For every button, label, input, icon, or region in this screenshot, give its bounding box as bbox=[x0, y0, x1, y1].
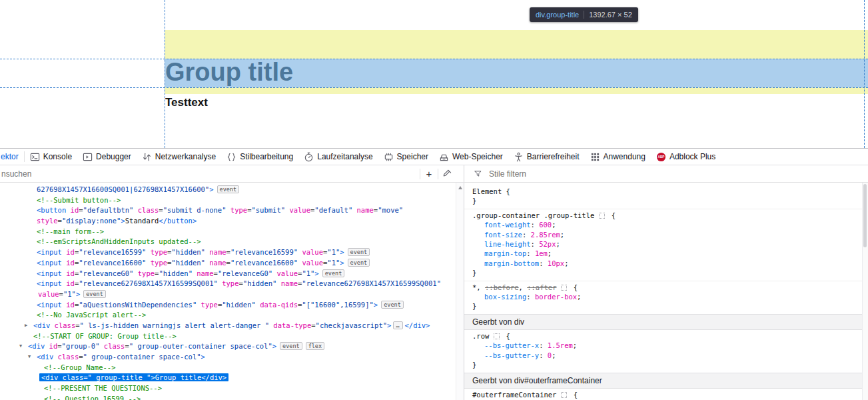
badge-event[interactable]: event bbox=[83, 290, 106, 298]
markup-line[interactable]: <!--Submit button--> bbox=[0, 195, 464, 206]
rule-selector: , bbox=[476, 283, 485, 291]
expand-arrow-icon[interactable]: ▼ bbox=[19, 341, 22, 352]
property-value: 600 bbox=[539, 221, 552, 229]
tab-web-speicher[interactable]: Web-Speicher bbox=[434, 149, 508, 165]
markup-line-content: <div class=" group-container space-col"> bbox=[37, 353, 205, 361]
markup-line[interactable]: ▼<div id="group-0" class=" group-outer-c… bbox=[0, 341, 464, 352]
css-declaration[interactable]: font-weight: 600; bbox=[472, 220, 859, 229]
badge-event[interactable]: event bbox=[348, 248, 370, 256]
tab-inspektor[interactable]: ektor bbox=[0, 149, 24, 165]
rule-selector: ::before bbox=[485, 283, 519, 291]
markup-panel: 627698X1457X16600SQ001|627698X1457X16600… bbox=[0, 183, 464, 400]
markup-line[interactable]: <!--No JavaScript alert--> bbox=[0, 310, 464, 321]
console-icon bbox=[30, 152, 40, 162]
css-rule: .group-container .group-title {font-weig… bbox=[464, 209, 868, 281]
add-node-button[interactable]: + bbox=[420, 165, 438, 182]
devtools-panels: 627698X1457X16600SQ001|627698X1457X16600… bbox=[0, 183, 868, 400]
markup-line[interactable]: <!-- Question 16599 --> bbox=[0, 394, 464, 400]
markup-line[interactable]: <!--PRESENT THE QUESTIONS--> bbox=[0, 383, 464, 394]
badge-event[interactable]: event bbox=[322, 269, 345, 277]
property-name: box-sizing bbox=[484, 293, 526, 301]
markup-line[interactable]: 627698X1457X16600SQ001|627698X1457X16600… bbox=[0, 185, 464, 195]
markup-scrollbar[interactable] bbox=[456, 183, 464, 400]
scrollbar-up-arrow[interactable] bbox=[458, 186, 462, 189]
markup-line[interactable]: ▼<div class=" group-container space-col"… bbox=[0, 352, 464, 363]
tab-label: ektor bbox=[1, 152, 19, 161]
css-declaration[interactable]: margin-bottom: 10px; bbox=[472, 259, 859, 268]
markup-line-selected[interactable]: <div class=" group-title ">Group title</… bbox=[0, 373, 464, 383]
tab-konsole[interactable]: Konsole bbox=[25, 149, 77, 165]
style-filter-input[interactable] bbox=[488, 165, 868, 182]
tab-debugger[interactable]: Debugger bbox=[77, 149, 137, 165]
collapsed-ellipsis-badge[interactable]: … bbox=[393, 321, 402, 329]
css-declaration[interactable]: font-size: 2.85rem; bbox=[472, 230, 859, 239]
expand-arrow-icon[interactable]: ▶ bbox=[25, 321, 27, 331]
rules-scrollbar[interactable] bbox=[862, 183, 868, 400]
highlight-selector-icon[interactable] bbox=[561, 285, 567, 291]
rule-selector-line[interactable]: Element { bbox=[472, 187, 859, 196]
rule-selector-line[interactable]: *, ::before, ::after { bbox=[472, 283, 859, 292]
css-declaration[interactable]: line-height: 52px; bbox=[472, 239, 859, 249]
badge-event[interactable]: event bbox=[348, 259, 370, 267]
highlight-selector-icon[interactable] bbox=[599, 213, 605, 219]
badge-event[interactable]: event bbox=[217, 185, 240, 193]
markup-line[interactable]: style="display:none">Standard</button> bbox=[0, 216, 464, 227]
markup-line[interactable]: <input id="relevanceG0" type="hidden" na… bbox=[0, 269, 464, 279]
markup-line[interactable]: value="1">event bbox=[0, 289, 464, 300]
rule-selector: , bbox=[519, 283, 528, 291]
tab-speicher[interactable]: Speicher bbox=[378, 149, 434, 165]
rule-selector-line[interactable]: .group-container .group-title { bbox=[472, 211, 859, 220]
markup-line[interactable]: <input id="relevance627698X1457X16599SQ0… bbox=[0, 279, 464, 289]
tab-barrierefreiheit[interactable]: Barrierefreiheit bbox=[508, 149, 585, 165]
markup-line[interactable]: <button id="defaultbtn" class="submit d-… bbox=[0, 205, 464, 216]
highlight-selector-icon[interactable] bbox=[561, 392, 567, 398]
inherited-from-header: Geerbt von div#outerframeContainer bbox=[464, 373, 868, 389]
css-declaration[interactable]: --bs-gutter-y: 0; bbox=[472, 351, 859, 360]
markup-line[interactable]: <!--main form--> bbox=[0, 227, 464, 237]
eyedropper-button[interactable] bbox=[438, 165, 456, 182]
tab-label: Speicher bbox=[397, 152, 428, 161]
tab-stilbearbeitung[interactable]: Stilbearbeitung bbox=[221, 149, 298, 165]
markup-line-content: <!--Group Name--> bbox=[44, 363, 115, 371]
markup-line-content: <!--main form--> bbox=[37, 227, 104, 235]
markup-line-content: value="1">event bbox=[38, 290, 106, 298]
markup-line[interactable]: ▶<div class=" ls-js-hidden warningjs ale… bbox=[0, 321, 464, 331]
rules-toolbar bbox=[464, 165, 868, 182]
storage-icon bbox=[439, 152, 449, 162]
memory-chip-icon bbox=[384, 152, 394, 162]
badge-event[interactable]: event bbox=[381, 301, 404, 309]
expand-arrow-icon[interactable]: ▼ bbox=[28, 352, 31, 363]
tab-anwendung[interactable]: Anwendung bbox=[585, 149, 651, 165]
markup-line[interactable]: <!--emScriptsAndHiddenInputs updated--> bbox=[0, 237, 464, 247]
markup-line-content: <button id="defaultbtn" class="submit d-… bbox=[37, 206, 403, 214]
markup-line-content: <!--emScriptsAndHiddenInputs updated--> bbox=[37, 237, 201, 245]
property-name: font-weight bbox=[484, 221, 531, 229]
tab-label: Web-Speicher bbox=[452, 152, 503, 161]
markup-line[interactable]: <input id="aQuestionsWithDependencies" t… bbox=[0, 300, 464, 311]
css-declaration[interactable]: margin-top: 1em; bbox=[472, 249, 859, 258]
markup-line-content: <!--PRESENT THE QUESTIONS--> bbox=[44, 384, 162, 392]
scrollbar-thumb[interactable] bbox=[863, 184, 867, 247]
tab-netzwerkanalyse[interactable]: Netzwerkanalyse bbox=[137, 149, 221, 165]
badge-event[interactable]: event bbox=[280, 342, 302, 350]
property-value: 1em bbox=[535, 249, 548, 257]
css-declaration[interactable]: --bs-gutter-x: 1.5rem; bbox=[472, 341, 859, 350]
markup-line[interactable]: <!--Group Name--> bbox=[0, 363, 464, 373]
rule-selector-line[interactable]: #outerframeContainer { bbox=[472, 390, 859, 399]
property-name: --bs-gutter-y bbox=[484, 351, 539, 359]
infobar-dimensions: 1392.67 × 52 bbox=[589, 11, 632, 19]
rule-selector-line[interactable]: .row { bbox=[472, 331, 859, 341]
tab-adblock-plus[interactable]: ABP Adblock Plus bbox=[651, 149, 721, 165]
rules-panel: Element {}.group-container .group-title … bbox=[464, 183, 868, 400]
highlight-selector-icon[interactable] bbox=[494, 333, 500, 339]
page-viewport: Group title Testtext div.group-title 139… bbox=[0, 0, 868, 148]
devtools-tab-bar: ektor Konsole Debugger Netzwerkanalyse S… bbox=[0, 148, 868, 165]
html-search-input[interactable] bbox=[0, 165, 420, 182]
markup-line[interactable]: <input id="relevance16600" type="hidden"… bbox=[0, 258, 464, 269]
tab-label: Laufzeitanalyse bbox=[317, 152, 372, 161]
badge-flex[interactable]: flex bbox=[306, 342, 324, 350]
tab-laufzeitanalyse[interactable]: Laufzeitanalyse bbox=[298, 149, 378, 165]
css-declaration[interactable]: box-sizing: border-box; bbox=[472, 292, 859, 301]
markup-line[interactable]: <!--START OF GROUP: Group title--> bbox=[0, 331, 464, 342]
markup-line[interactable]: <input id="relevance16599" type="hidden"… bbox=[0, 247, 464, 258]
